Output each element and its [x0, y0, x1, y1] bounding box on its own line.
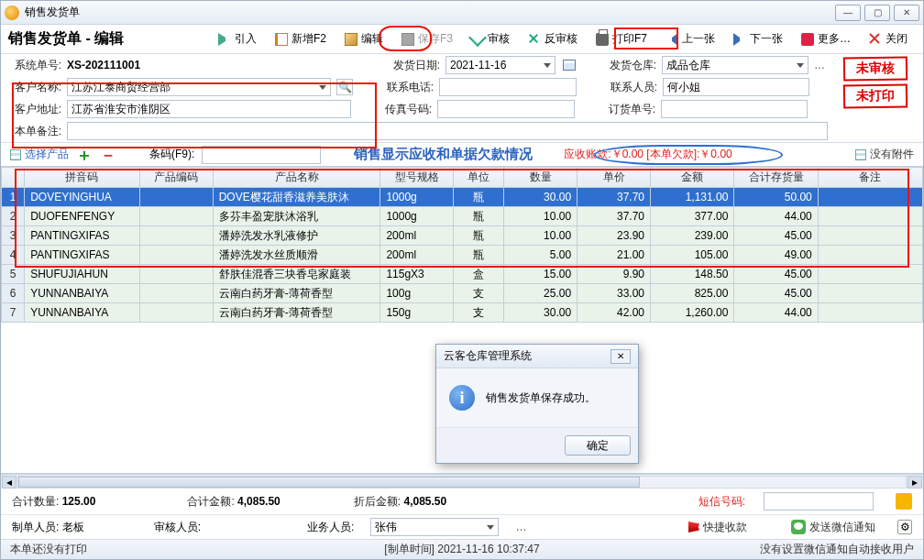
- cell[interactable]: 5: [2, 265, 25, 284]
- scroll-right-button[interactable]: ▸: [908, 476, 922, 489]
- shipdate-input[interactable]: 2021-11-16: [446, 56, 556, 74]
- remove-row-button[interactable]: －: [100, 144, 116, 166]
- cell[interactable]: 7: [2, 303, 25, 323]
- sms-input[interactable]: [764, 492, 874, 511]
- cell[interactable]: 云南白药牙膏-薄荷香型: [213, 303, 380, 323]
- cell[interactable]: 30.00: [504, 188, 578, 207]
- custname-select[interactable]: 江苏江泰商贸经营部: [67, 78, 331, 96]
- cell[interactable]: 10.00: [504, 226, 578, 246]
- barcode-input[interactable]: [202, 146, 321, 164]
- cell[interactable]: 115gX3: [380, 265, 454, 284]
- scroll-left-button[interactable]: ◂: [2, 476, 16, 489]
- wechat-notify-button[interactable]: 发送微信通知: [791, 520, 875, 535]
- fax-input[interactable]: [437, 100, 575, 118]
- cell[interactable]: [139, 265, 213, 284]
- cell[interactable]: 1,131.00: [651, 188, 734, 207]
- cell[interactable]: 44.00: [734, 207, 818, 226]
- cell[interactable]: 15.00: [504, 265, 578, 284]
- cell[interactable]: [818, 303, 922, 323]
- phone-input[interactable]: [439, 78, 577, 96]
- no-attachment[interactable]: 没有附件: [855, 147, 914, 162]
- col-header[interactable]: 拼音码: [25, 168, 140, 188]
- cell[interactable]: 33.00: [578, 284, 651, 303]
- cell[interactable]: 瓶: [454, 226, 504, 246]
- warehouse-more[interactable]: …: [814, 59, 826, 71]
- cell[interactable]: 瓶: [454, 188, 504, 207]
- cell[interactable]: [139, 188, 213, 207]
- orderno-input[interactable]: [661, 100, 808, 118]
- cell[interactable]: 瓶: [454, 246, 504, 265]
- cell[interactable]: [818, 265, 922, 284]
- cell[interactable]: 1: [2, 188, 25, 207]
- col-header[interactable]: 合计存货量: [734, 168, 818, 188]
- cell[interactable]: 105.00: [651, 246, 734, 265]
- cell[interactable]: YUNNANBAIYA: [25, 284, 140, 303]
- cell[interactable]: 100g: [380, 284, 454, 303]
- h-scrollbar[interactable]: ◂ ▸: [1, 474, 923, 489]
- cell[interactable]: 3: [2, 226, 25, 246]
- col-header[interactable]: 产品编码: [139, 168, 213, 188]
- table-row[interactable]: 7YUNNANBAIYA云南白药牙膏-薄荷香型150g支30.0042.001,…: [2, 303, 923, 323]
- import-button[interactable]: 引入: [210, 27, 265, 51]
- cell[interactable]: 多芬丰盈宠肤沐浴乳: [213, 207, 380, 226]
- search-cust-icon[interactable]: 🔍: [336, 79, 353, 95]
- cell[interactable]: 1000g: [380, 188, 454, 207]
- cell[interactable]: 潘婷洗发水乳液修护: [213, 226, 380, 246]
- cell[interactable]: 42.00: [578, 303, 651, 323]
- cell[interactable]: 9.90: [578, 265, 651, 284]
- cell[interactable]: [818, 188, 922, 207]
- cell[interactable]: 2: [2, 207, 25, 226]
- minimize-button[interactable]: —: [835, 5, 861, 21]
- sms-send-icon[interactable]: [896, 493, 912, 510]
- cell[interactable]: 10.00: [504, 207, 578, 226]
- col-header[interactable]: 金额: [651, 168, 734, 188]
- col-header[interactable]: 数量: [504, 168, 578, 188]
- cell[interactable]: 瓶: [454, 207, 504, 226]
- add-row-button[interactable]: ＋: [76, 144, 93, 166]
- cell[interactable]: DUOFENFENGY: [25, 207, 140, 226]
- cell[interactable]: 支: [454, 284, 504, 303]
- cell[interactable]: [818, 226, 922, 246]
- cell[interactable]: [139, 207, 213, 226]
- col-header[interactable]: 备注: [818, 168, 922, 188]
- cell[interactable]: 云南白药牙膏-薄荷香型: [213, 284, 380, 303]
- cell[interactable]: 45.00: [734, 284, 818, 303]
- sales-select[interactable]: 张伟: [370, 518, 499, 536]
- cell[interactable]: 45.00: [734, 265, 818, 284]
- cell[interactable]: [139, 284, 213, 303]
- cell[interactable]: 4: [2, 246, 25, 265]
- cell[interactable]: 377.00: [651, 207, 734, 226]
- print-button[interactable]: 打印F7: [588, 27, 655, 51]
- col-header[interactable]: 型号规格: [380, 168, 454, 188]
- cell[interactable]: 1000g: [380, 207, 454, 226]
- cell[interactable]: 37.70: [578, 188, 651, 207]
- select-product-button[interactable]: 选择产品: [10, 147, 69, 162]
- cell[interactable]: 1,260.00: [651, 303, 734, 323]
- col-header[interactable]: 单价: [578, 168, 651, 188]
- cell[interactable]: [818, 207, 922, 226]
- cell[interactable]: [818, 246, 922, 265]
- cell[interactable]: 200ml: [380, 226, 454, 246]
- cell[interactable]: 50.00: [734, 188, 818, 207]
- more-button[interactable]: 更多…: [793, 27, 859, 51]
- cell[interactable]: 5.00: [504, 246, 578, 265]
- unaudit-button[interactable]: 反审核: [520, 27, 586, 51]
- table-row[interactable]: 2DUOFENFENGY多芬丰盈宠肤沐浴乳1000g瓶10.0037.70377…: [2, 207, 923, 226]
- col-header[interactable]: [2, 168, 25, 188]
- close-button[interactable]: 关闭: [861, 27, 916, 51]
- cell[interactable]: 150g: [380, 303, 454, 323]
- table-row[interactable]: 6YUNNANBAIYA云南白药牙膏-薄荷香型100g支25.0033.0082…: [2, 284, 923, 303]
- cell[interactable]: DOVE樱花甜香滋养美肤沐: [213, 188, 380, 207]
- cell[interactable]: 6: [2, 284, 25, 303]
- cell[interactable]: 44.00: [734, 303, 818, 323]
- cell[interactable]: [139, 303, 213, 323]
- cell[interactable]: 825.00: [651, 284, 734, 303]
- cell[interactable]: 239.00: [651, 226, 734, 246]
- cell[interactable]: 支: [454, 303, 504, 323]
- edit-button[interactable]: 编辑: [336, 27, 391, 51]
- cell[interactable]: 200ml: [380, 246, 454, 265]
- cell[interactable]: 30.00: [504, 303, 578, 323]
- dialog-close-button[interactable]: ✕: [610, 349, 631, 364]
- cell[interactable]: 舒肤佳混香三块香皂家庭装: [213, 265, 380, 284]
- cell[interactable]: [139, 226, 213, 246]
